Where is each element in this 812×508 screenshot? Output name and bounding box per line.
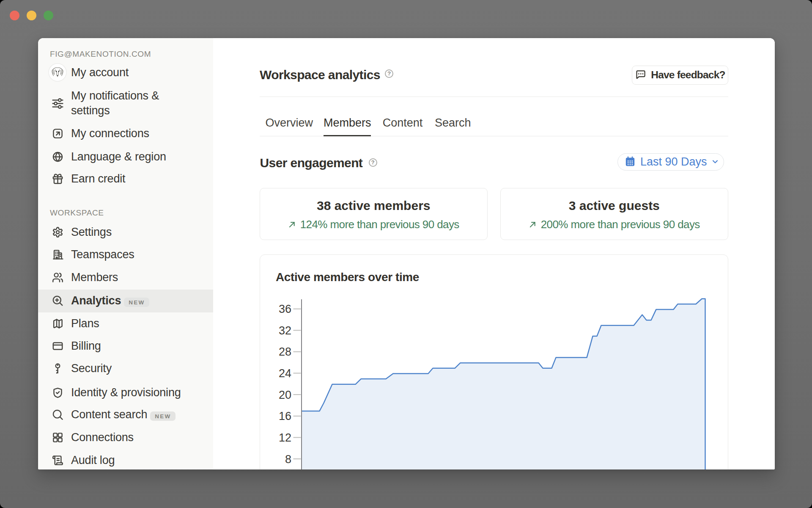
- svg-text:20: 20: [279, 389, 291, 401]
- svg-text:32: 32: [279, 324, 291, 337]
- svg-text:8: 8: [285, 453, 291, 466]
- svg-text:36: 36: [279, 303, 291, 315]
- svg-text:28: 28: [279, 345, 291, 358]
- svg-text:16: 16: [279, 410, 291, 422]
- svg-text:12: 12: [279, 431, 291, 444]
- svg-text:24: 24: [279, 367, 291, 380]
